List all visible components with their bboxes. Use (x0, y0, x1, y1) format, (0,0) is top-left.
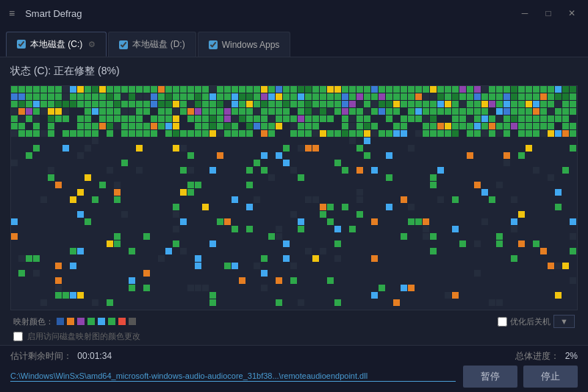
tab-d-label: 本地磁盘 (D:) (132, 38, 184, 51)
progress-value: 2% (565, 351, 578, 361)
legend-color-green2 (108, 318, 115, 325)
legend-color-red (118, 318, 126, 325)
color-change-checkbox[interactable] (13, 332, 23, 341)
hamburger-icon[interactable]: ≡ (9, 7, 15, 19)
tab-c[interactable]: 本地磁盘 (C:) ⚙ (6, 32, 107, 57)
estimated-time-label: 估计剩余时间： (10, 351, 72, 361)
pause-button[interactable]: 暂停 (463, 366, 517, 388)
gear-icon[interactable]: ⚙ (88, 40, 96, 49)
estimated-time-value: 00:01:34 (77, 351, 112, 361)
bottom-stats: 估计剩余时间： 00:01:34 总体进度： 2% (10, 350, 578, 363)
tab-apps-label: Windows Apps (222, 40, 280, 50)
tab-apps[interactable]: Windows Apps (198, 32, 291, 57)
action-buttons: 暂停 停止 (463, 366, 578, 388)
tab-d-checkbox[interactable] (119, 40, 128, 49)
legend-left: 映射颜色： (13, 316, 136, 327)
tab-c-checkbox[interactable] (17, 40, 26, 49)
disk-map (11, 86, 577, 310)
optimize-dropdown-btn[interactable]: ▼ (553, 315, 575, 328)
optimize-checkbox[interactable] (498, 317, 507, 327)
color-change-row: 启用访问磁盘映射图的颜色更改 (10, 329, 578, 345)
stop-button[interactable]: 停止 (523, 366, 578, 388)
bottom-bar: 估计剩余时间： 00:01:34 总体进度： 2% C:\Windows\Win… (0, 345, 588, 392)
tab-c-label: 本地磁盘 (C:) (30, 38, 82, 51)
tab-d[interactable]: 本地磁盘 (D:) (108, 32, 196, 57)
main-content: 状态 (C): 正在修整 (8%) 映射颜色： 优化后关机 ▼ 启用访问磁盘 (0, 57, 588, 345)
app-title: Smart Defrag (25, 8, 82, 19)
title-bar: ≡ Smart Defrag ─ □ ✕ (0, 0, 588, 26)
tabs-bar: 本地磁盘 (C:) ⚙ 本地磁盘 (D:) Windows Apps (0, 26, 588, 57)
optimize-row: 优化后关机 ▼ (498, 315, 575, 328)
maximize-button[interactable]: □ (538, 4, 559, 22)
optimize-label: 优化后关机 (510, 316, 551, 327)
legend-color-blue (57, 318, 64, 325)
legend-color-lightblue (98, 318, 105, 325)
title-bar-controls: ─ □ ✕ (514, 4, 582, 22)
color-change-label: 启用访问磁盘映射图的颜色更改 (27, 331, 140, 342)
progress-item: 总体进度： 2% (515, 350, 578, 363)
close-button[interactable]: ✕ (562, 4, 582, 22)
legend-right: 优化后关机 ▼ (498, 315, 575, 328)
minimize-button[interactable]: ─ (514, 4, 535, 22)
file-path: C:\Windows\WinSxS\amd64_microsoft-window… (10, 371, 456, 382)
legend-bar: 映射颜色： 优化后关机 ▼ (10, 310, 578, 329)
legend-color-gray (129, 318, 136, 325)
status-text: 状态 (C): 正在修整 (8%) (10, 65, 578, 78)
legend-color-purple (77, 318, 85, 325)
estimated-time-item: 估计剩余时间： 00:01:34 (10, 350, 112, 363)
legend-label: 映射颜色： (13, 316, 54, 327)
title-bar-left: ≡ Smart Defrag (9, 7, 82, 19)
bottom-file-row: C:\Windows\WinSxS\amd64_microsoft-window… (10, 366, 578, 388)
progress-label: 总体进度： (515, 351, 559, 361)
disk-map-container (10, 85, 578, 310)
legend-color-orange (67, 318, 74, 325)
legend-color-green (87, 318, 95, 325)
tab-apps-checkbox[interactable] (209, 40, 218, 49)
